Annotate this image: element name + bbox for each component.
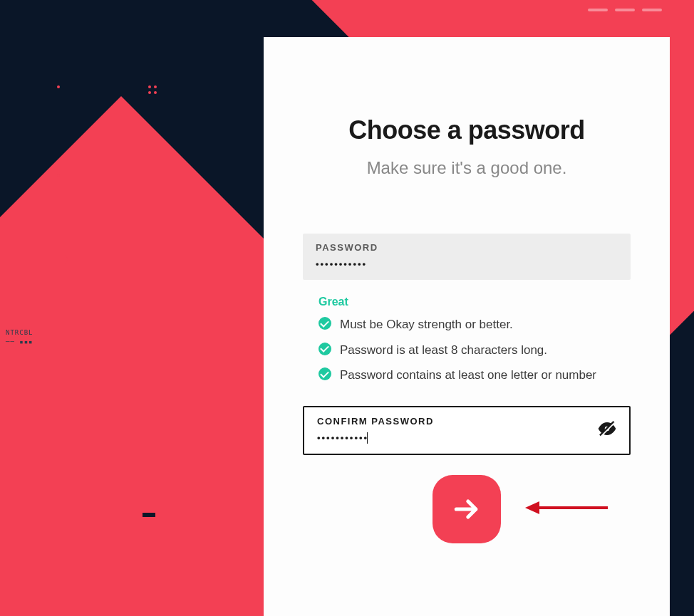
requirement-text: Must be Okay strength or better. <box>340 315 513 334</box>
progress-step <box>588 9 608 11</box>
requirement-item: Must be Okay strength or better. <box>318 315 631 334</box>
signup-card: Choose a password Make sure it's a good … <box>264 37 670 616</box>
requirement-text: Password is at least 8 characters long. <box>340 341 547 360</box>
check-circle-icon <box>318 343 331 355</box>
password-strength-label: Great <box>318 296 631 308</box>
page-title: Choose a password <box>303 115 631 145</box>
requirement-item: Password contains at least one letter or… <box>318 366 631 385</box>
eye-off-icon[interactable] <box>598 419 616 441</box>
password-requirements-list: Must be Okay strength or better. Passwor… <box>303 315 631 385</box>
svg-marker-4 <box>525 501 539 514</box>
requirement-item: Password is at least 8 characters long. <box>318 341 631 360</box>
submit-button[interactable] <box>433 475 501 543</box>
check-circle-icon <box>318 317 331 330</box>
page-subtitle: Make sure it's a good one. <box>303 158 631 178</box>
progress-indicator <box>588 9 662 11</box>
password-label: PASSWORD <box>316 242 618 253</box>
password-input[interactable] <box>316 259 572 269</box>
password-field-wrapper[interactable]: PASSWORD <box>303 234 631 280</box>
confirm-password-input[interactable]: ••••••••••• <box>317 432 368 444</box>
progress-step <box>615 9 635 11</box>
confirm-password-label: CONFIRM PASSWORD <box>317 416 616 427</box>
requirement-text: Password contains at least one letter or… <box>340 366 596 385</box>
tutorial-arrow-icon <box>524 497 609 521</box>
confirm-password-field-wrapper[interactable]: CONFIRM PASSWORD ••••••••••• <box>303 406 631 456</box>
check-circle-icon <box>318 367 331 380</box>
arrow-right-icon <box>451 494 482 525</box>
progress-step <box>642 9 662 11</box>
